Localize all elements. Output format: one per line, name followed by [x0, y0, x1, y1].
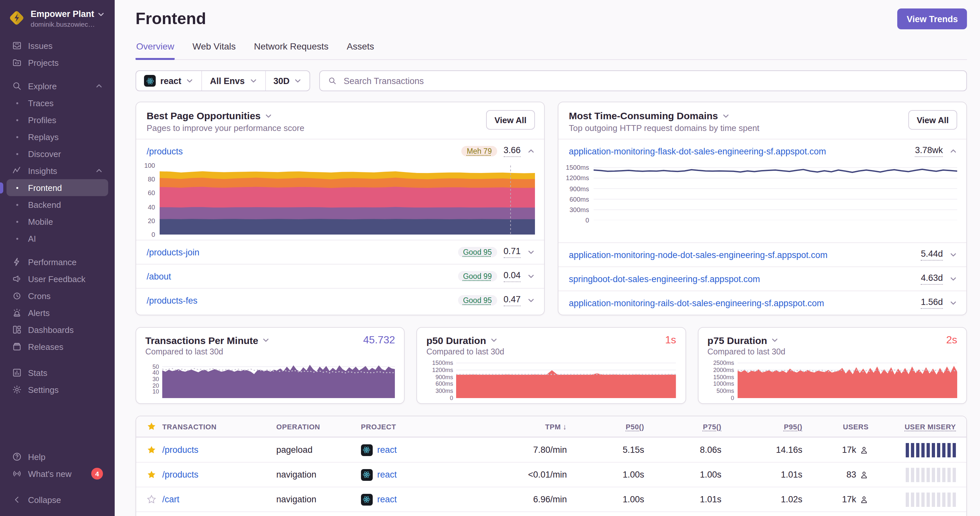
sidebar-item-discover[interactable]: Discover [6, 145, 108, 162]
org-switcher[interactable]: Empower Plant dominik.buszowiec… [6, 6, 108, 37]
chevron-down-icon[interactable] [950, 299, 957, 307]
time-spent-value[interactable]: 1.56d [921, 297, 943, 309]
transactions-table: TRANSACTION OPERATION PROJECT TPM↓ P50()… [135, 416, 967, 516]
performance-score-badge[interactable]: Good 95 [458, 247, 497, 257]
performance-score-badge[interactable]: Meh 79 [461, 146, 497, 156]
opportunity-score[interactable]: 0.04 [503, 270, 520, 282]
chart-plot-area[interactable] [737, 362, 957, 398]
favorite-toggle[interactable] [136, 494, 162, 504]
col-operation[interactable]: OPERATION [276, 422, 361, 430]
opportunity-score[interactable]: 3.66 [503, 145, 520, 157]
opportunity-score[interactable]: 0.71 [503, 246, 520, 258]
chevron-up-icon[interactable] [527, 147, 535, 155]
domain-link[interactable]: application-monitoring-rails-dot-sales-e… [569, 298, 824, 308]
page-link[interactable]: /products-join [146, 247, 199, 257]
opportunity-score[interactable]: 0.47 [503, 294, 520, 306]
col-p75[interactable]: P75() [644, 422, 721, 430]
page-link[interactable]: /about [146, 271, 171, 281]
col-p50[interactable]: P50() [567, 422, 644, 430]
pulse-line-icon [12, 165, 22, 176]
chevron-down-icon[interactable] [950, 275, 957, 283]
users-count: 17k [842, 494, 856, 504]
view-trends-button[interactable]: View Trends [897, 8, 967, 29]
best-pages-view-all-button[interactable]: View All [486, 110, 535, 130]
search-input[interactable] [342, 75, 958, 86]
chart-plot-area[interactable] [593, 165, 957, 220]
transaction-link[interactable]: /products [162, 470, 276, 479]
tab-assets[interactable]: Assets [346, 41, 375, 60]
sidebar-item-traces[interactable]: Traces [6, 94, 108, 111]
chevron-up-icon[interactable] [950, 147, 957, 155]
col-project[interactable]: PROJECT [361, 422, 497, 430]
gear-icon [12, 384, 22, 395]
domain-link[interactable]: springboot-dot-sales-engineering-sf.apps… [569, 274, 760, 284]
chevron-down-icon[interactable] [771, 336, 779, 344]
project-link[interactable]: react [377, 445, 397, 455]
sidebar-item-projects[interactable]: Projects [6, 54, 108, 71]
page-link[interactable]: /products [146, 146, 183, 156]
sidebar-item-dashboards[interactable]: Dashboards [6, 321, 108, 338]
transaction-link[interactable]: /products [162, 445, 276, 455]
col-p95[interactable]: P95() [721, 422, 802, 430]
date-range-filter[interactable]: 30D [265, 71, 310, 90]
favorite-toggle[interactable] [136, 470, 162, 479]
project-link[interactable]: react [377, 494, 397, 504]
chevron-down-icon[interactable] [262, 336, 270, 344]
sidebar-item-profiles[interactable]: Profiles [6, 111, 108, 129]
chevron-down-icon[interactable] [527, 272, 535, 280]
chevron-down-icon[interactable] [722, 112, 730, 119]
project-filter[interactable]: react [136, 71, 202, 90]
col-user-misery[interactable]: USER MISERY [869, 422, 966, 430]
sidebar: Empower Plant dominik.buszowiec… Issues … [0, 0, 115, 516]
chevron-down-icon[interactable] [527, 248, 535, 256]
star-column-header[interactable] [136, 422, 162, 431]
sidebar-item-label: Issues [28, 41, 52, 51]
chevron-down-icon[interactable] [264, 112, 272, 119]
project-link[interactable]: react [377, 470, 397, 479]
sidebar-item-replays[interactable]: Replays [6, 129, 108, 145]
environment-filter[interactable]: All Envs [202, 71, 265, 90]
tab-network-requests[interactable]: Network Requests [253, 41, 329, 60]
sidebar-item-performance[interactable]: Performance [6, 254, 108, 270]
transaction-link[interactable]: /cart [162, 494, 276, 504]
sidebar-item-whats-new[interactable]: What's new4 [6, 465, 108, 482]
sidebar-item-frontend[interactable]: Frontend [6, 179, 108, 196]
chevron-down-icon[interactable] [527, 297, 535, 304]
sidebar-item-backend[interactable]: Backend [6, 196, 108, 213]
domain-link[interactable]: application-monitoring-node-dot-sales-en… [569, 250, 827, 260]
sidebar-item-help[interactable]: Help [6, 448, 108, 465]
sidebar-item-stats[interactable]: Stats [6, 364, 108, 381]
col-transaction[interactable]: TRANSACTION [162, 422, 276, 430]
chart-plot-area[interactable] [457, 362, 676, 398]
bullet-icon [12, 221, 22, 222]
chart-plot-area[interactable] [160, 165, 535, 235]
chart-plot-area[interactable] [162, 362, 395, 398]
chevron-down-icon[interactable] [950, 251, 957, 259]
sidebar-item-mobile[interactable]: Mobile [6, 213, 108, 230]
time-spent-value[interactable]: 4.63d [921, 273, 943, 285]
sidebar-item-releases[interactable]: Releases [6, 338, 108, 355]
sidebar-item-user-feedback[interactable]: User Feedback [6, 270, 108, 287]
sidebar-collapse-button[interactable]: Collapse [6, 491, 108, 508]
tab-web-vitals[interactable]: Web Vitals [192, 41, 237, 60]
time-spent-value[interactable]: 5.44d [921, 249, 943, 260]
page-link[interactable]: /products-fes [146, 295, 197, 305]
sidebar-item-crons[interactable]: Crons [6, 287, 108, 304]
sidebar-item-explore[interactable]: Explore [6, 78, 108, 94]
tab-overview[interactable]: Overview [135, 41, 175, 60]
favorite-toggle[interactable] [136, 445, 162, 455]
domain-link[interactable]: application-monitoring-flask-dot-sales-e… [569, 146, 826, 156]
performance-score-badge[interactable]: Good 95 [458, 295, 497, 306]
domains-view-all-button[interactable]: View All [908, 110, 957, 130]
col-users[interactable]: USERS [802, 422, 869, 430]
sidebar-item-issues[interactable]: Issues [6, 37, 108, 54]
sidebar-item-insights[interactable]: Insights [6, 162, 108, 179]
sidebar-item-alerts[interactable]: Alerts [6, 304, 108, 321]
time-spent-value[interactable]: 3.78wk [915, 145, 943, 157]
performance-score-badge[interactable]: Good 99 [458, 271, 497, 281]
chevron-down-icon[interactable] [490, 336, 498, 344]
col-tpm[interactable]: TPM↓ [497, 422, 567, 431]
sidebar-item-settings[interactable]: Settings [6, 381, 108, 398]
sidebar-item-ai[interactable]: AI [6, 230, 108, 247]
sidebar-item-label: Frontend [28, 183, 62, 192]
